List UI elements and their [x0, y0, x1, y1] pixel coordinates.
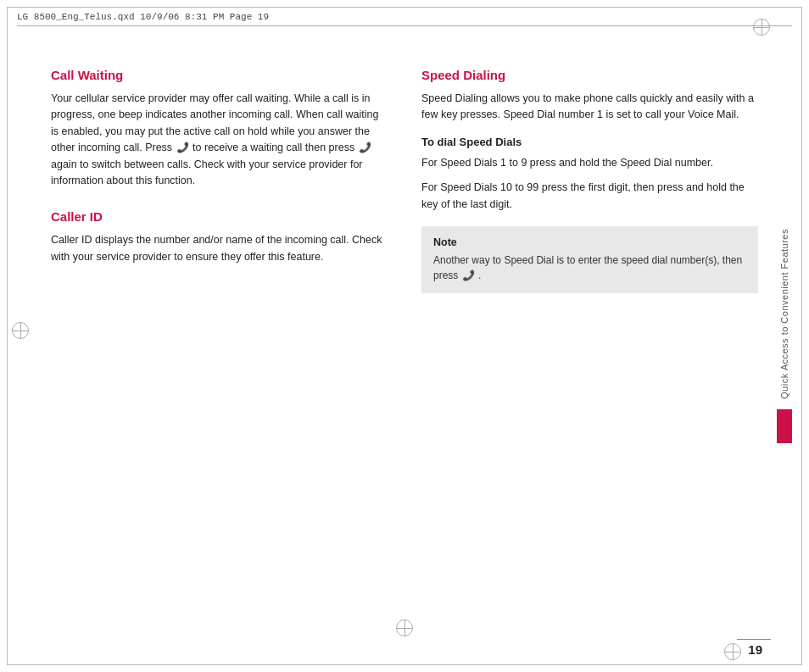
reg-mark-bottom-center [396, 619, 413, 636]
caller-id-body: Caller ID displays the number and/or nam… [51, 232, 388, 265]
note-title: Note [433, 236, 746, 248]
caller-id-section: Caller ID Caller ID displays the number … [51, 209, 388, 265]
speed-dialing-section: Speed Dialing Speed Dialing allows you t… [421, 68, 758, 124]
call-waiting-body: Your cellular service provider may offer… [51, 91, 388, 189]
call-waiting-text1: Your cellular service provider may offer… [51, 92, 378, 186]
note-body: Another way to Speed Dial is to enter th… [433, 253, 746, 283]
page-number: 19 [748, 642, 762, 657]
phone-icon-note: 📞 [462, 268, 475, 283]
call-waiting-title: Call Waiting [51, 68, 388, 82]
header-bar: LG 8500_Eng_Telus.qxd 10/9/06 8:31 PM Pa… [17, 12, 792, 26]
sidebar-label: Quick Access to Convenient Features [779, 229, 789, 399]
content-area: Call Waiting Your cellular service provi… [51, 42, 758, 621]
phone-icon-1: 📞 [176, 140, 189, 156]
note-text-content: Another way to Speed Dial is to enter th… [433, 254, 742, 281]
caller-id-title: Caller ID [51, 209, 388, 224]
reg-mark-left-mid [12, 322, 29, 339]
sidebar-accent-bar [777, 409, 792, 443]
bottom-line [737, 639, 771, 640]
call-waiting-section: Call Waiting Your cellular service provi… [51, 68, 388, 189]
col-right: Speed Dialing Speed Dialing allows you t… [421, 42, 758, 293]
phone-icon-2: 📞 [359, 140, 371, 156]
two-column-layout: Call Waiting Your cellular service provi… [51, 42, 758, 293]
header-text: LG 8500_Eng_Telus.qxd 10/9/06 8:31 PM Pa… [17, 12, 269, 22]
speed-dialing-body: Speed Dialing allows you to make phone c… [421, 91, 758, 124]
dial-speed-dials-body1: For Speed Dials 1 to 9 press and hold th… [421, 155, 758, 171]
col-left: Call Waiting Your cellular service provi… [51, 42, 388, 293]
dial-speed-dials-body2: For Speed Dials 10 to 99 press the first… [421, 180, 758, 213]
dial-speed-dials-title: To dial Speed Dials [421, 136, 758, 148]
speed-dialing-title: Speed Dialing [421, 68, 758, 82]
reg-mark-top-right [753, 19, 770, 36]
note-box: Note Another way to Speed Dial is to ent… [421, 226, 758, 293]
dial-speed-dials-section: To dial Speed Dials For Speed Dials 1 to… [421, 136, 758, 213]
reg-mark-bottom-right [724, 643, 741, 660]
sidebar-right: Quick Access to Convenient Features [772, 85, 797, 587]
